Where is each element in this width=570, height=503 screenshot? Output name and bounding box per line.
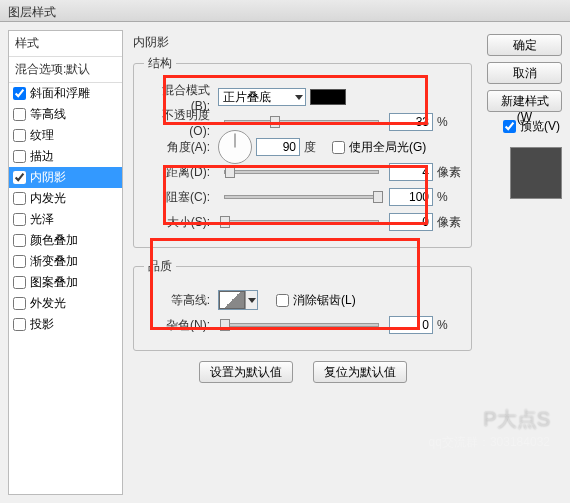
size-unit: 像素 bbox=[437, 214, 461, 231]
noise-row: 杂色(N): % bbox=[144, 315, 461, 335]
preview-swatch bbox=[510, 147, 562, 199]
style-checkbox[interactable] bbox=[13, 318, 26, 331]
size-row: 大小(S): 像素 bbox=[144, 212, 461, 232]
sidebar-item-3[interactable]: 描边 bbox=[9, 146, 122, 167]
blend-mode-combo[interactable]: 正片叠底 bbox=[218, 88, 306, 106]
choke-unit: % bbox=[437, 190, 461, 204]
style-label: 光泽 bbox=[30, 211, 54, 228]
new-style-button[interactable]: 新建样式(W bbox=[487, 90, 562, 112]
noise-label: 杂色(N): bbox=[144, 317, 214, 334]
style-checkbox[interactable] bbox=[13, 129, 26, 142]
sidebar-item-6[interactable]: 光泽 bbox=[9, 209, 122, 230]
choke-label: 阻塞(C): bbox=[144, 189, 214, 206]
structure-group: 结构 混合模式(B): 正片叠底 不透明度(O): % 角度(A): 度 bbox=[133, 55, 472, 248]
distance-input[interactable] bbox=[389, 163, 433, 181]
style-label: 渐变叠加 bbox=[30, 253, 78, 270]
window-titlebar: 图层样式 bbox=[0, 0, 570, 22]
sidebar-item-0[interactable]: 斜面和浮雕 bbox=[9, 83, 122, 104]
opacity-row: 不透明度(O): % bbox=[144, 112, 461, 132]
choke-input[interactable] bbox=[389, 188, 433, 206]
sidebar-item-8[interactable]: 渐变叠加 bbox=[9, 251, 122, 272]
sidebar-item-7[interactable]: 颜色叠加 bbox=[9, 230, 122, 251]
style-checkbox[interactable] bbox=[13, 234, 26, 247]
style-checkbox[interactable] bbox=[13, 87, 26, 100]
window-title: 图层样式 bbox=[8, 5, 56, 19]
ok-button[interactable]: 确定 bbox=[487, 34, 562, 56]
reset-default-button[interactable]: 复位为默认值 bbox=[313, 361, 407, 383]
size-input[interactable] bbox=[389, 213, 433, 231]
style-label: 等高线 bbox=[30, 106, 66, 123]
style-label: 颜色叠加 bbox=[30, 232, 78, 249]
preview-toggle: 预览(V) bbox=[503, 118, 562, 135]
shadow-color-swatch[interactable] bbox=[310, 89, 346, 105]
angle-row: 角度(A): 度 使用全局光(G) bbox=[144, 137, 461, 157]
noise-slider[interactable] bbox=[224, 323, 379, 327]
style-label: 投影 bbox=[30, 316, 54, 333]
angle-input[interactable] bbox=[256, 138, 300, 156]
angle-unit: 度 bbox=[304, 139, 328, 156]
size-label: 大小(S): bbox=[144, 214, 214, 231]
watermark: P大点S bbox=[483, 406, 550, 433]
quality-legend: 品质 bbox=[144, 258, 176, 275]
style-label: 图案叠加 bbox=[30, 274, 78, 291]
opacity-input[interactable] bbox=[389, 113, 433, 131]
style-checkbox[interactable] bbox=[13, 297, 26, 310]
opacity-label: 不透明度(O): bbox=[144, 107, 214, 138]
global-light-label: 使用全局光(G) bbox=[349, 139, 426, 156]
opacity-slider[interactable] bbox=[224, 120, 379, 124]
style-label: 外发光 bbox=[30, 295, 66, 312]
blend-options-default[interactable]: 混合选项:默认 bbox=[9, 57, 122, 83]
size-slider[interactable] bbox=[224, 220, 379, 224]
style-checkbox[interactable] bbox=[13, 213, 26, 226]
sidebar-item-10[interactable]: 外发光 bbox=[9, 293, 122, 314]
distance-row: 距离(D): 像素 bbox=[144, 162, 461, 182]
style-checkbox[interactable] bbox=[13, 108, 26, 121]
sidebar-item-1[interactable]: 等高线 bbox=[9, 104, 122, 125]
cancel-button[interactable]: 取消 bbox=[487, 62, 562, 84]
chevron-down-icon bbox=[245, 291, 257, 309]
contour-preview-icon bbox=[219, 291, 245, 309]
sidebar-item-11[interactable]: 投影 bbox=[9, 314, 122, 335]
center-panel: 内阴影 结构 混合模式(B): 正片叠底 不透明度(O): % 角度(A): bbox=[123, 30, 482, 495]
contour-picker[interactable] bbox=[218, 290, 258, 310]
style-label: 内发光 bbox=[30, 190, 66, 207]
style-label: 描边 bbox=[30, 148, 54, 165]
style-checkbox[interactable] bbox=[13, 276, 26, 289]
antialias-label: 消除锯齿(L) bbox=[293, 292, 356, 309]
distance-label: 距离(D): bbox=[144, 164, 214, 181]
sidebar-item-9[interactable]: 图案叠加 bbox=[9, 272, 122, 293]
preview-checkbox[interactable] bbox=[503, 120, 516, 133]
styles-header: 样式 bbox=[9, 31, 122, 57]
structure-legend: 结构 bbox=[144, 55, 176, 72]
style-list: 斜面和浮雕等高线纹理描边内阴影内发光光泽颜色叠加渐变叠加图案叠加外发光投影 bbox=[9, 83, 122, 335]
style-checkbox[interactable] bbox=[13, 171, 26, 184]
sidebar-item-2[interactable]: 纹理 bbox=[9, 125, 122, 146]
sidebar-item-5[interactable]: 内发光 bbox=[9, 188, 122, 209]
contour-row: 等高线: 消除锯齿(L) bbox=[144, 290, 461, 310]
style-label: 斜面和浮雕 bbox=[30, 85, 90, 102]
style-checkbox[interactable] bbox=[13, 192, 26, 205]
angle-label: 角度(A): bbox=[144, 139, 214, 156]
set-default-button[interactable]: 设置为默认值 bbox=[199, 361, 293, 383]
blend-mode-value: 正片叠底 bbox=[223, 89, 271, 106]
choke-row: 阻塞(C): % bbox=[144, 187, 461, 207]
style-checkbox[interactable] bbox=[13, 150, 26, 163]
global-light-checkbox[interactable] bbox=[332, 141, 345, 154]
quality-group: 品质 等高线: 消除锯齿(L) 杂色(N): % bbox=[133, 258, 472, 351]
noise-unit: % bbox=[437, 318, 461, 332]
sidebar-item-4[interactable]: 内阴影 bbox=[9, 167, 122, 188]
noise-input[interactable] bbox=[389, 316, 433, 334]
antialias-checkbox[interactable] bbox=[276, 294, 289, 307]
blend-mode-row: 混合模式(B): 正片叠底 bbox=[144, 87, 461, 107]
contour-label: 等高线: bbox=[144, 292, 214, 309]
angle-dial[interactable] bbox=[218, 130, 252, 164]
choke-slider[interactable] bbox=[224, 195, 379, 199]
watermark-sub: qq交流群：303184032 bbox=[429, 434, 550, 451]
style-checkbox[interactable] bbox=[13, 255, 26, 268]
panel-title: 内阴影 bbox=[133, 34, 472, 51]
preview-label: 预览(V) bbox=[520, 118, 560, 135]
chevron-down-icon bbox=[295, 95, 303, 100]
default-buttons-row: 设置为默认值 复位为默认值 bbox=[133, 361, 472, 383]
style-label: 纹理 bbox=[30, 127, 54, 144]
distance-slider[interactable] bbox=[224, 170, 379, 174]
